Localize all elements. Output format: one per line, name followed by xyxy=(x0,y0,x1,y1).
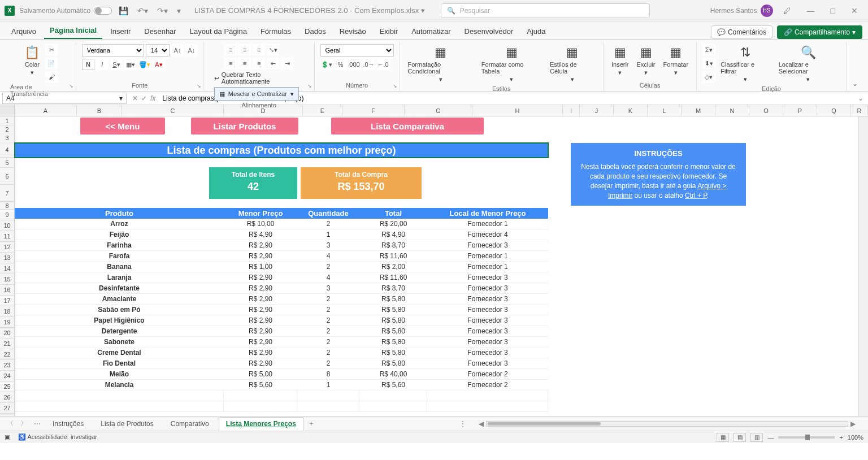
sheet-tab[interactable]: Lista de Produtos xyxy=(93,417,160,431)
empty-cell[interactable] xyxy=(427,390,548,401)
cell-produto[interactable]: Papel Higiênico xyxy=(15,315,224,326)
qat-dropdown-icon[interactable]: ▾ xyxy=(175,5,183,16)
cell-local[interactable]: Fornecedor 1 xyxy=(427,219,548,229)
cell-quantidade[interactable]: 4 xyxy=(297,251,359,262)
cell-total[interactable]: R$ 8,70 xyxy=(359,240,427,251)
number-launcher-icon[interactable]: ↘ xyxy=(393,83,397,89)
collapse-ribbon-icon[interactable]: ⌄ xyxy=(847,76,863,91)
cell-local[interactable]: Fornecedor 4 xyxy=(427,229,548,240)
listar-produtos-button[interactable]: Listar Produtos xyxy=(191,118,298,134)
record-macro-icon[interactable]: ▣ xyxy=(5,433,10,441)
cell-produto[interactable]: Detergente xyxy=(15,326,224,337)
underline-button[interactable]: S▾ xyxy=(110,59,123,70)
fill-color-icon[interactable]: 🪣▾ xyxy=(138,59,151,70)
cell-menor-preco[interactable]: R$ 2,90 xyxy=(224,348,297,358)
align-middle-icon[interactable]: ≡ xyxy=(238,44,251,55)
col-header[interactable]: O xyxy=(749,105,783,116)
cell-quantidade[interactable]: 1 xyxy=(297,229,359,240)
cell-quantidade[interactable]: 3 xyxy=(297,240,359,251)
cell-menor-preco[interactable]: R$ 4,90 xyxy=(224,229,297,240)
cell-menor-preco[interactable]: R$ 1,00 xyxy=(224,262,297,272)
new-sheet-icon[interactable]: ＋ xyxy=(306,419,317,428)
tab-pagina-inicial[interactable]: Página Inicial xyxy=(44,23,102,39)
col-header[interactable]: K xyxy=(614,105,648,116)
cell-local[interactable]: Fornecedor 3 xyxy=(427,240,548,251)
hscroll-left-icon[interactable]: ◀ xyxy=(476,420,486,428)
filename[interactable]: LISTA DE COMPRAS 4 FORNECEDORES 2.0 - Co… xyxy=(194,6,425,15)
cell-total[interactable]: R$ 5,80 xyxy=(359,337,427,348)
cell-quantidade[interactable]: 2 xyxy=(297,262,359,272)
cell-quantidade[interactable]: 2 xyxy=(297,337,359,348)
col-header[interactable]: L xyxy=(648,105,682,116)
empty-cell[interactable] xyxy=(427,401,548,412)
format-painter-icon[interactable]: 🖌 xyxy=(45,71,58,83)
font-size-select[interactable]: 14 xyxy=(146,44,170,57)
increase-font-icon[interactable]: A↑ xyxy=(171,45,184,56)
empty-cell[interactable] xyxy=(15,401,224,412)
row-header[interactable]: 17 xyxy=(0,296,14,306)
wrap-text-button[interactable]: ↩ Quebrar Texto Automaticamente xyxy=(214,71,309,85)
font-launcher-icon[interactable]: ↘ xyxy=(197,83,201,89)
row-header[interactable]: 6 xyxy=(0,168,14,185)
undo-icon[interactable]: ↶▾ xyxy=(135,5,150,16)
row-header[interactable]: 16 xyxy=(0,285,14,296)
column-headers[interactable]: A B C D E F G H I J K L M N O P Q R xyxy=(0,105,868,116)
fx-confirm-icon[interactable]: ✓ xyxy=(141,94,147,102)
vertical-scrollbar[interactable] xyxy=(858,116,868,416)
delete-cells-button[interactable]: ▦Excluir▾ xyxy=(635,44,658,77)
zoom-slider[interactable] xyxy=(778,436,835,439)
cell-quantidade[interactable]: 2 xyxy=(297,358,359,369)
col-header[interactable]: I xyxy=(563,105,580,116)
sheet-nav-prev-icon[interactable]: 〈 xyxy=(5,419,16,428)
merge-center-button[interactable]: ▦ Mesclar e Centralizar ▾ xyxy=(214,87,299,101)
user-account[interactable]: Hermes Santos HS xyxy=(710,5,773,17)
cell-produto[interactable]: Banana xyxy=(15,262,224,272)
cell-total[interactable]: R$ 5,80 xyxy=(359,294,427,305)
tab-automatizar[interactable]: Automatizar xyxy=(406,24,456,39)
cell-menor-preco[interactable]: R$ 2,90 xyxy=(224,294,297,305)
cell-quantidade[interactable]: 2 xyxy=(297,305,359,315)
cell-total[interactable]: R$ 8,70 xyxy=(359,283,427,294)
alignment-launcher-icon[interactable]: ↘ xyxy=(307,83,312,89)
cell-total[interactable]: R$ 40,00 xyxy=(359,369,427,380)
fx-icon[interactable]: fx xyxy=(150,94,155,102)
cell-total[interactable]: R$ 11,60 xyxy=(359,251,427,262)
conditional-formatting-button[interactable]: ▦Formatação Condicional▾ xyxy=(406,44,476,84)
cell-quantidade[interactable]: 8 xyxy=(297,369,359,380)
row-header[interactable]: 27 xyxy=(0,403,14,414)
tab-inserir[interactable]: Inserir xyxy=(105,24,136,39)
sort-filter-button[interactable]: ⇅Classificar e Filtrar▾ xyxy=(718,44,773,84)
cell-local[interactable]: Fornecedor 3 xyxy=(427,348,548,358)
align-top-icon[interactable]: ≡ xyxy=(224,44,237,55)
col-header[interactable]: F xyxy=(342,105,405,116)
tab-exibir[interactable]: Exibir xyxy=(374,24,404,39)
comma-icon[interactable]: 000 xyxy=(349,59,361,70)
tab-layout[interactable]: Layout da Página xyxy=(184,24,253,39)
format-cells-button[interactable]: ▦Formatar▾ xyxy=(661,44,691,77)
col-header[interactable]: A xyxy=(15,105,77,116)
zoom-level[interactable]: 100% xyxy=(848,434,863,441)
row-header[interactable]: 9 xyxy=(0,210,14,220)
col-header[interactable]: N xyxy=(715,105,749,116)
row-header[interactable]: 2 xyxy=(0,125,14,133)
col-header[interactable]: C xyxy=(122,105,224,116)
sheet-nav-next-icon[interactable]: 〉 xyxy=(18,419,29,428)
cell-produto[interactable]: Laranja xyxy=(15,272,224,283)
cell-quantidade[interactable]: 2 xyxy=(297,326,359,337)
row-header[interactable]: 1 xyxy=(0,116,14,125)
zoom-out-icon[interactable]: — xyxy=(767,434,774,441)
row-header[interactable]: 19 xyxy=(0,317,14,328)
cell-total[interactable]: R$ 11,60 xyxy=(359,272,427,283)
row-header[interactable]: 21 xyxy=(0,339,14,349)
cell-produto[interactable]: Farofa xyxy=(15,251,224,262)
col-header[interactable]: J xyxy=(580,105,614,116)
cell-produto[interactable]: Feijão xyxy=(15,229,224,240)
fx-cancel-icon[interactable]: ✕ xyxy=(132,94,138,102)
row-header[interactable]: 7 xyxy=(0,185,14,202)
empty-cell[interactable] xyxy=(297,401,359,412)
cell-styles-button[interactable]: ▦Estilos de Célula▾ xyxy=(548,44,597,84)
maximize-icon[interactable]: □ xyxy=(825,4,841,18)
row-header[interactable]: 3 xyxy=(0,133,14,142)
col-header[interactable]: H xyxy=(472,105,563,116)
cell-menor-preco[interactable]: R$ 2,90 xyxy=(224,240,297,251)
